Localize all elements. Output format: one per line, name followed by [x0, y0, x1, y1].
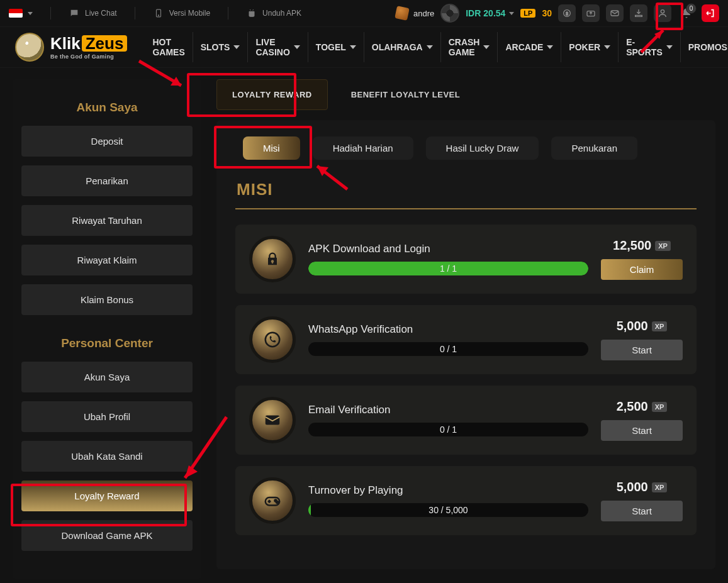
- pill-hadiah-harian[interactable]: Hadiah Harian: [313, 136, 413, 160]
- language-selector[interactable]: [9, 9, 33, 18]
- mail-button[interactable]: [606, 4, 624, 22]
- svg-point-16: [661, 10, 664, 13]
- nav-link-olahraga[interactable]: OLAHRAGA: [364, 32, 440, 62]
- mission-start-button[interactable]: Start: [601, 420, 683, 441]
- mission-right: 5,000XPStart: [601, 480, 683, 521]
- svg-point-11: [253, 10, 254, 11]
- progress-fill: [308, 503, 311, 517]
- mission-row: APK Download and Login1 / 112,500XPClaim: [235, 225, 697, 294]
- whatsapp-icon: [249, 316, 296, 363]
- mission-start-button[interactable]: Start: [601, 501, 683, 521]
- xp-badge: XP: [652, 402, 668, 412]
- sidebar-item-ubah-profil[interactable]: Ubah Profil: [21, 401, 193, 432]
- mission-start-button[interactable]: Start: [601, 340, 683, 360]
- mission-right: 2,500XPStart: [601, 399, 683, 441]
- nav-link-crash-game[interactable]: CRASH GAME: [440, 32, 498, 62]
- mission-right: 5,000XPStart: [601, 319, 683, 360]
- mobile-icon: [153, 8, 164, 19]
- brand-tagline: Be the God of Gaming: [50, 54, 127, 60]
- main-nav: KlikZeus Be the God of Gaming HOT GAMESS…: [0, 26, 728, 68]
- chevron-down-icon: [547, 45, 553, 49]
- nav-link-e-sports[interactable]: E-SPORTS: [618, 32, 680, 62]
- mobile-version-link[interactable]: Versi Mobile: [153, 8, 210, 19]
- gamepad-icon: [249, 477, 296, 524]
- sidebar-item-klaim-bonus[interactable]: Klaim Bonus: [21, 284, 193, 315]
- withdraw-button[interactable]: [582, 4, 600, 22]
- mission-title: Turnover by Playing: [308, 484, 588, 497]
- profile-button[interactable]: [654, 4, 671, 22]
- android-icon: [246, 8, 257, 19]
- mission-claim-button[interactable]: Claim: [601, 259, 683, 280]
- progress-text: 1 / 1: [440, 264, 457, 274]
- svg-text:$: $: [566, 11, 568, 16]
- xp-value: 2,500XP: [617, 399, 668, 414]
- mission-list: APK Download and Login1 / 112,500XPClaim…: [235, 225, 697, 535]
- pill-penukaran[interactable]: Penukaran: [551, 136, 637, 160]
- progress-text: 0 / 1: [440, 425, 457, 435]
- logout-button[interactable]: [702, 4, 719, 22]
- xp-value: 12,500XP: [613, 238, 671, 253]
- sidebar-section2-title: Personal Center: [21, 336, 193, 350]
- live-chat-link[interactable]: Live Chat: [69, 8, 117, 19]
- nav-link-slots[interactable]: SLOTS: [193, 32, 248, 62]
- nav-link-promosi[interactable]: PROMOSI: [680, 32, 728, 62]
- mission-body: Email Verification0 / 1: [308, 404, 588, 436]
- notifications-button[interactable]: 0: [678, 4, 695, 22]
- pill-misi[interactable]: Misi: [243, 136, 300, 160]
- chevron-down-icon: [427, 45, 433, 49]
- sidebar-item-riwayat-taruhan[interactable]: Riwayat Taruhan: [21, 205, 193, 236]
- mission-body: Turnover by Playing30 / 5,000: [308, 484, 588, 517]
- nav-link-label: LIVE CASINO: [255, 37, 289, 57]
- sidebar: Akun Saya DepositPenarikanRiwayat Taruha…: [13, 79, 201, 579]
- sidebar-item-deposit[interactable]: Deposit: [21, 126, 193, 157]
- username-label: andre: [413, 9, 434, 18]
- progress-bar: 0 / 1: [308, 423, 588, 436]
- content-tabs: LOYALTY REWARDBENEFIT LOYALTY LEVEL: [216, 79, 715, 110]
- download-button[interactable]: [630, 4, 647, 22]
- lock-icon: [249, 236, 296, 282]
- mission-right: 12,500XPClaim: [601, 238, 683, 280]
- progress-bar: 30 / 5,000: [308, 503, 588, 517]
- nav-link-arcade[interactable]: ARCADE: [497, 32, 561, 62]
- tab-benefit-loyalty-level[interactable]: BENEFIT LOYALTY LEVEL: [335, 79, 476, 110]
- user-avatar-icon: [395, 6, 410, 21]
- balance-display[interactable]: IDR 20.54: [466, 8, 514, 18]
- mission-title: APK Download and Login: [308, 243, 588, 255]
- mission-title: Email Verification: [308, 404, 588, 416]
- download-apk-link[interactable]: Unduh APK: [246, 8, 301, 19]
- brand-logo[interactable]: KlikZeus Be the God of Gaming: [15, 33, 127, 62]
- sidebar-item-loyalty-reward[interactable]: Loyalty Reward: [21, 480, 193, 511]
- balance-amount: 20.54: [483, 8, 505, 18]
- live-chat-label: Live Chat: [85, 9, 117, 18]
- sidebar-item-akun-saya[interactable]: Akun Saya: [21, 362, 193, 392]
- nav-link-live-casino[interactable]: LIVE CASINO: [247, 32, 307, 62]
- progress-bar: 1 / 1: [308, 262, 588, 275]
- tab-loyalty-reward[interactable]: LOYALTY REWARD: [216, 79, 328, 110]
- nav-link-togel[interactable]: TOGEL: [308, 32, 364, 62]
- nav-link-poker[interactable]: POKER: [561, 32, 618, 62]
- lp-amount: 30: [542, 8, 552, 18]
- nav-link-label: CRASH GAME: [449, 37, 480, 57]
- lp-badge: LP: [520, 9, 535, 18]
- nav-link-label: E-SPORTS: [626, 37, 663, 57]
- sidebar-item-riwayat-klaim[interactable]: Riwayat Klaim: [21, 245, 193, 275]
- mobile-version-label: Versi Mobile: [169, 9, 210, 18]
- wheel-icon[interactable]: [440, 4, 459, 23]
- page: Live Chat Versi Mobile Unduh APK andre: [0, 0, 728, 583]
- nav-links: HOT GAMESSLOTSLIVE CASINOTOGELOLAHRAGACR…: [145, 32, 728, 62]
- nav-link-hot-games[interactable]: HOT GAMES: [145, 32, 192, 62]
- nav-link-label: HOT GAMES: [152, 37, 184, 57]
- mail-icon: [249, 397, 296, 443]
- sidebar-item-download-game-apk[interactable]: Download Game APK: [21, 520, 193, 551]
- xp-value: 5,000XP: [617, 480, 668, 494]
- user-chip[interactable]: andre: [396, 7, 434, 19]
- pill-hasil-lucky-draw[interactable]: Hasil Lucky Draw: [426, 136, 539, 160]
- logo-icon: [15, 33, 44, 62]
- sidebar-section1-title: Akun Saya: [21, 101, 193, 114]
- sidebar-item-ubah-kata-sandi[interactable]: Ubah Kata Sandi: [21, 441, 193, 472]
- coin-button[interactable]: $: [558, 4, 576, 22]
- loyalty-panel: MisiHadiah HarianHasil Lucky DrawPenukar…: [216, 120, 715, 569]
- sidebar-item-penarikan[interactable]: Penarikan: [21, 165, 193, 196]
- svg-point-17: [266, 333, 280, 347]
- mission-row: Turnover by Playing30 / 5,0005,000XPStar…: [235, 466, 697, 535]
